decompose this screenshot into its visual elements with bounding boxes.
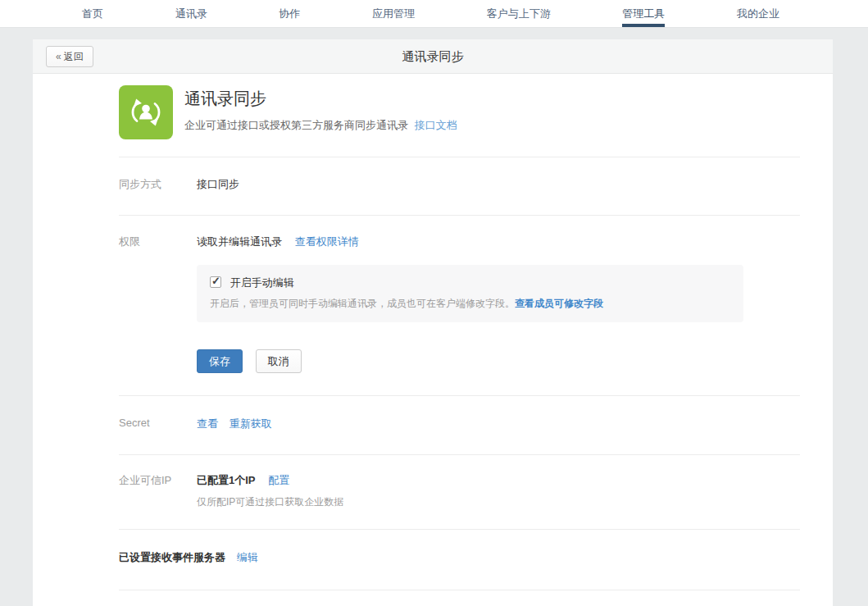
api-doc-link[interactable]: 接口文档	[415, 119, 457, 131]
manual-edit-checkbox[interactable]	[210, 276, 221, 288]
trusted-ip-value-line: 已配置1个IP 配置	[197, 473, 800, 488]
manual-edit-description-text: 开启后，管理员可同时手动编辑通讯录，成员也可在客户端修改字段。	[210, 298, 515, 309]
back-button[interactable]: « 返回	[46, 46, 93, 67]
manual-edit-box: 开启手动编辑 开启后，管理员可同时手动编辑通讯录，成员也可在客户端修改字段。查看…	[197, 265, 743, 322]
back-chevrons-icon: «	[56, 51, 61, 62]
trusted-ip-config-link[interactable]: 配置	[268, 474, 289, 486]
save-button[interactable]: 保存	[197, 349, 243, 373]
secret-refresh-link[interactable]: 重新获取	[229, 417, 272, 430]
editable-fields-link[interactable]: 查看成员可修改字段	[515, 298, 603, 309]
nav-tab-app-management[interactable]: 应用管理	[372, 0, 415, 27]
section-permission: 权限 读取并编辑通讯录 查看权限详情 开启手动编辑 开启后，管理员可同时手动编辑…	[119, 215, 800, 395]
nav-tab-admin-tools[interactable]: 管理工具	[622, 0, 665, 27]
nav-tab-home[interactable]: 首页	[82, 0, 103, 27]
contact-sync-icon	[119, 85, 173, 139]
section-trusted-ip: 企业可信IP 已配置1个IP 配置 仅所配IP可通过接口获取企业数据	[119, 454, 800, 529]
app-head-text: 通讯录同步 企业可通过接口或授权第三方服务商同步通讯录 接口文档	[184, 85, 457, 139]
nav-tab-collaboration[interactable]: 协作	[279, 0, 300, 27]
content-card: « 返回 通讯录同步 通讯录同步	[33, 39, 833, 606]
secret-view-link[interactable]: 查看	[197, 417, 218, 430]
permission-label: 权限	[119, 235, 197, 373]
nav-tab-my-company[interactable]: 我的企业	[737, 0, 779, 27]
card-header: « 返回 通讯录同步	[33, 39, 833, 74]
event-server-text: 已设置接收事件服务器	[119, 551, 225, 563]
event-server-edit-link[interactable]: 编辑	[237, 551, 258, 563]
permission-detail-link[interactable]: 查看权限详情	[295, 235, 359, 248]
permission-buttons: 保存 取消	[197, 349, 800, 373]
sync-method-value: 接口同步	[197, 177, 800, 192]
app-subtitle-text: 企业可通过接口或授权第三方服务商同步通讯录	[184, 119, 408, 131]
manual-edit-description: 开启后，管理员可同时手动编辑通讯录，成员也可在客户端修改字段。查看成员可修改字段	[210, 297, 730, 311]
nav-tab-contacts[interactable]: 通讯录	[175, 0, 207, 27]
page-title: 通讯录同步	[33, 39, 833, 74]
top-nav: 首页 通讯录 协作 应用管理 客户与上下游 管理工具 我的企业	[0, 0, 868, 28]
manual-edit-checkbox-label[interactable]: 开启手动编辑	[230, 276, 294, 289]
trusted-ip-value: 已配置1个IP	[197, 474, 256, 486]
card-body: 通讯录同步 企业可通过接口或授权第三方服务商同步通讯录 接口文档 同步方式 接口…	[33, 74, 833, 606]
section-close-sync: 关闭接口同步	[119, 590, 800, 606]
permission-value: 读取并编辑通讯录	[197, 235, 282, 248]
section-event-server: 已设置接收事件服务器 编辑	[119, 529, 800, 590]
secret-label: Secret	[119, 417, 197, 431]
contact-sync-icon-glyph	[126, 93, 166, 132]
trusted-ip-note: 仅所配IP可通过接口获取企业数据	[197, 495, 800, 509]
back-button-label: 返回	[64, 50, 84, 64]
trusted-ip-label: 企业可信IP	[119, 473, 197, 509]
nav-tab-customers[interactable]: 客户与上下游	[487, 0, 551, 27]
section-sync-method: 同步方式 接口同步	[119, 157, 800, 215]
manual-edit-row: 开启手动编辑	[210, 276, 730, 290]
app-header: 通讯录同步 企业可通过接口或授权第三方服务商同步通讯录 接口文档	[119, 74, 800, 157]
cancel-button[interactable]: 取消	[256, 349, 302, 373]
app-title: 通讯录同步	[184, 88, 457, 110]
permission-value-line: 读取并编辑通讯录 查看权限详情	[197, 235, 800, 249]
sync-method-label: 同步方式	[119, 177, 197, 192]
section-secret: Secret 查看 重新获取	[119, 395, 800, 454]
app-subtitle: 企业可通过接口或授权第三方服务商同步通讯录 接口文档	[184, 118, 457, 133]
